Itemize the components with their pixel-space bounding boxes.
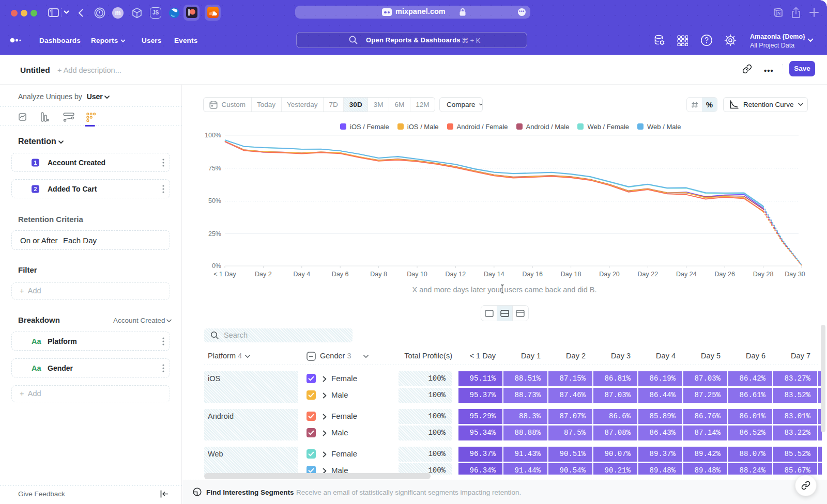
svg-text:100%: 100% bbox=[205, 132, 221, 139]
svg-text:Day 28: Day 28 bbox=[753, 271, 774, 278]
svg-text:Day 20: Day 20 bbox=[599, 271, 620, 278]
svg-text:Day 30: Day 30 bbox=[785, 271, 805, 278]
svg-text:< 1 Day: < 1 Day bbox=[213, 271, 236, 278]
svg-text:Day 12: Day 12 bbox=[446, 271, 466, 278]
svg-text:Day 6: Day 6 bbox=[332, 271, 349, 278]
svg-text:Day 26: Day 26 bbox=[714, 271, 735, 278]
svg-text:Day 24: Day 24 bbox=[676, 271, 697, 278]
svg-text:50%: 50% bbox=[208, 197, 221, 204]
svg-text:Day 22: Day 22 bbox=[638, 271, 658, 278]
svg-text:Day 4: Day 4 bbox=[293, 271, 310, 278]
svg-text:Day 2: Day 2 bbox=[255, 271, 272, 278]
svg-text:Day 18: Day 18 bbox=[561, 271, 581, 278]
svg-text:Day 16: Day 16 bbox=[522, 271, 543, 278]
svg-text:Day 8: Day 8 bbox=[370, 271, 387, 278]
svg-text:25%: 25% bbox=[208, 230, 221, 238]
svg-text:75%: 75% bbox=[208, 165, 221, 172]
svg-text:Day 14: Day 14 bbox=[484, 271, 504, 278]
svg-text:N: N bbox=[777, 11, 781, 16]
svg-text:Day 10: Day 10 bbox=[407, 271, 427, 278]
svg-text:0%: 0% bbox=[212, 262, 221, 270]
